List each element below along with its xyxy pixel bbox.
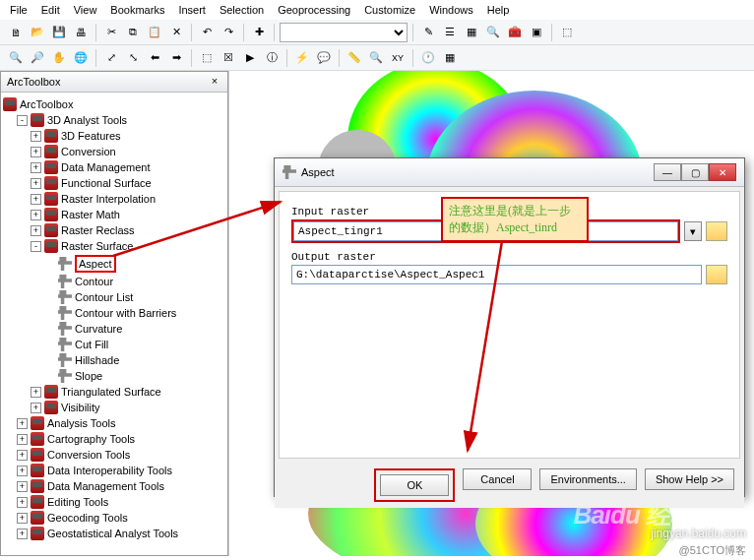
menu-help[interactable]: Help — [487, 4, 510, 16]
paste-icon[interactable]: 📋 — [145, 23, 164, 42]
tree-node[interactable]: Contour with Barriers — [3, 305, 225, 321]
xy-icon[interactable]: XY — [388, 48, 408, 68]
close-button[interactable]: ✕ — [709, 163, 736, 181]
time-slider-icon[interactable]: 🕐 — [418, 48, 438, 68]
pan-icon[interactable]: ✋ — [49, 48, 69, 68]
tree-node[interactable]: +Editing Tools — [3, 494, 225, 510]
tree-node[interactable]: +Conversion Tools — [3, 447, 225, 463]
output-browse-button[interactable] — [706, 265, 727, 284]
zoom-out-icon[interactable]: 🔎 — [28, 48, 47, 68]
expand-toggle[interactable]: + — [31, 387, 41, 398]
expand-toggle[interactable]: - — [31, 241, 41, 252]
tree-node[interactable]: +Raster Interpolation — [3, 191, 225, 207]
cancel-button[interactable]: Cancel — [463, 468, 532, 490]
scale-combo[interactable] — [280, 23, 408, 42]
tree-node[interactable]: +Raster Reclass — [3, 222, 225, 238]
environments-button[interactable]: Environments... — [539, 468, 636, 490]
menu-edit[interactable]: Edit — [41, 4, 60, 16]
menu-file[interactable]: File — [10, 4, 28, 16]
menu-selection[interactable]: Selection — [220, 4, 264, 16]
expand-toggle[interactable]: + — [17, 434, 28, 445]
menu-bookmarks[interactable]: Bookmarks — [110, 4, 164, 16]
clear-selection-icon[interactable]: ☒ — [219, 48, 238, 68]
viewer-icon[interactable]: ▦ — [440, 48, 460, 68]
find-icon[interactable]: 🔍 — [366, 48, 386, 68]
open-icon[interactable]: 📂 — [28, 23, 47, 42]
html-popup-icon[interactable]: 💬 — [314, 48, 334, 68]
cut-icon[interactable]: ✂ — [101, 23, 121, 42]
select-icon[interactable]: ⬚ — [197, 48, 217, 68]
show-help-button[interactable]: Show Help >> — [645, 468, 734, 490]
tree-node[interactable]: +Cartography Tools — [3, 431, 225, 447]
expand-toggle[interactable]: + — [31, 210, 41, 220]
forward-icon[interactable]: ➡ — [166, 48, 186, 68]
expand-toggle[interactable]: + — [17, 481, 28, 492]
tree-node[interactable]: +Data Management Tools — [3, 478, 225, 494]
expand-toggle[interactable]: + — [17, 497, 28, 508]
python-icon[interactable]: ▣ — [527, 23, 546, 42]
tree-node[interactable]: Contour List — [3, 289, 225, 305]
tree-node[interactable]: Slope — [3, 368, 225, 384]
fixed-zoom-out-icon[interactable]: ⤡ — [123, 48, 143, 68]
tree-node[interactable]: +Analysis Tools — [3, 415, 225, 431]
full-extent-icon[interactable]: 🌐 — [71, 48, 91, 68]
new-doc-icon[interactable]: 🗎 — [6, 23, 26, 42]
identify-icon[interactable]: ⓘ — [262, 48, 282, 68]
minimize-button[interactable]: — — [654, 163, 681, 181]
tree-node[interactable]: +Triangulated Surface — [3, 384, 225, 400]
expand-toggle[interactable]: + — [17, 529, 28, 539]
tree-node[interactable]: Cut Fill — [3, 337, 225, 352]
expand-toggle[interactable]: + — [31, 403, 41, 413]
editor-icon[interactable]: ✎ — [418, 23, 438, 42]
input-dropdown[interactable]: ▾ — [684, 221, 702, 241]
tree-node[interactable]: +Visibility — [3, 400, 225, 415]
add-data-icon[interactable]: ✚ — [249, 23, 269, 42]
menu-view[interactable]: View — [74, 4, 97, 16]
delete-icon[interactable]: ✕ — [166, 23, 186, 42]
toolbox-icon[interactable]: 🧰 — [505, 23, 525, 42]
back-icon[interactable]: ⬅ — [145, 48, 164, 68]
fixed-zoom-in-icon[interactable]: ⤢ — [101, 48, 121, 68]
expand-toggle[interactable]: + — [31, 147, 41, 157]
save-icon[interactable]: 💾 — [49, 23, 69, 42]
print-icon[interactable]: 🖶 — [71, 23, 91, 42]
pointer-icon[interactable]: ▶ — [240, 48, 260, 68]
search-icon[interactable]: 🔍 — [483, 23, 503, 42]
tree-node[interactable]: +Data Interoperability Tools — [3, 463, 225, 478]
expand-toggle[interactable]: + — [17, 450, 28, 461]
expand-toggle[interactable]: - — [17, 115, 28, 126]
tree-node[interactable]: +Raster Math — [3, 207, 225, 222]
expand-toggle[interactable]: + — [31, 162, 41, 173]
catalog-icon[interactable]: ▦ — [462, 23, 481, 42]
toolbox-tree[interactable]: ArcToolbox -3D Analyst Tools+3D Features… — [1, 93, 227, 555]
redo-icon[interactable]: ↷ — [219, 23, 238, 42]
tree-node[interactable]: +Functional Surface — [3, 175, 225, 191]
panel-close-button[interactable]: × — [208, 75, 221, 89]
tree-node[interactable]: Curvature — [3, 321, 225, 337]
expand-toggle[interactable]: + — [31, 131, 41, 142]
tree-node[interactable]: +Geocoding Tools — [3, 510, 225, 526]
output-raster-field[interactable] — [291, 265, 702, 284]
expand-toggle[interactable]: + — [31, 194, 41, 205]
tree-node[interactable]: -Raster Surface — [3, 238, 225, 254]
menu-windows[interactable]: Windows — [429, 4, 473, 16]
tree-node[interactable]: Aspect — [3, 254, 225, 274]
tree-node[interactable]: +Conversion — [3, 144, 225, 159]
toc-icon[interactable]: ☰ — [440, 23, 460, 42]
undo-icon[interactable]: ↶ — [197, 23, 217, 42]
expand-toggle[interactable]: + — [17, 418, 28, 429]
input-browse-button[interactable] — [706, 221, 727, 241]
expand-toggle[interactable]: + — [31, 225, 41, 236]
ok-button[interactable]: OK — [380, 474, 449, 496]
tree-node[interactable]: +Geostatistical Analyst Tools — [3, 526, 225, 541]
menu-customize[interactable]: Customize — [364, 4, 415, 16]
tree-node[interactable]: -3D Analyst Tools — [3, 112, 225, 128]
model-icon[interactable]: ⬚ — [557, 23, 577, 42]
expand-toggle[interactable]: + — [31, 178, 41, 189]
maximize-button[interactable]: ▢ — [681, 163, 709, 181]
expand-toggle[interactable]: + — [17, 466, 28, 476]
tree-node[interactable]: Hillshade — [3, 352, 225, 368]
menu-insert[interactable]: Insert — [178, 4, 206, 16]
zoom-in-icon[interactable]: 🔍 — [6, 48, 26, 68]
tree-node[interactable]: +3D Features — [3, 128, 225, 144]
